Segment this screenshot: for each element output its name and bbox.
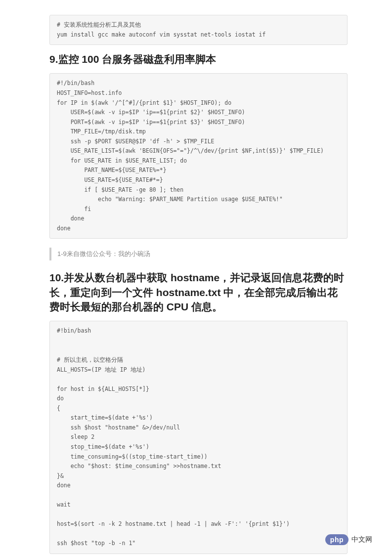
code-block-1: # 安装系统性能分析工具及其他 yum install gcc make aut… bbox=[49, 15, 348, 45]
code-block-2: #!/bin/bash HOST_INFO=host.info for IP i… bbox=[49, 73, 348, 239]
php-logo-badge: php bbox=[325, 534, 348, 545]
footer-text: 中文网 bbox=[351, 535, 372, 544]
heading-10: 10.并发从数台机器中获取 hostname，并记录返回信息花费的时长，重定向到… bbox=[49, 270, 348, 314]
footer-badge: php 中文网 bbox=[325, 534, 372, 545]
source-quote: 1-9来自微信公众号：我的小碗汤 bbox=[49, 248, 348, 260]
code-block-3: #!bin/bash # 所以主机，以空格分隔 ALL_HOSTS=(IP 地址… bbox=[49, 321, 348, 554]
heading-9: 9.监控 100 台服务器磁盘利用率脚本 bbox=[49, 52, 348, 66]
